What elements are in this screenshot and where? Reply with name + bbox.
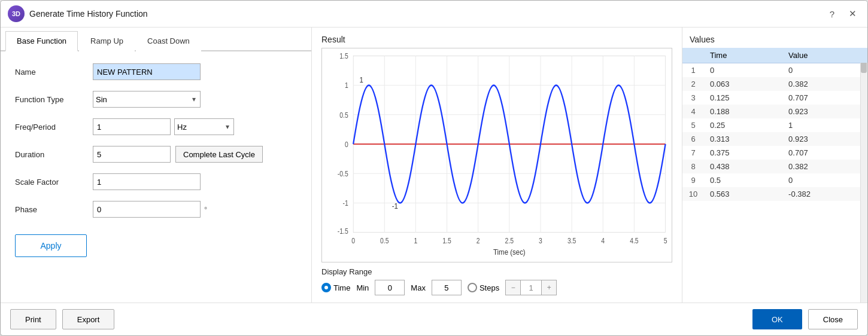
time-radio-label[interactable]: Time [321, 283, 350, 292]
title-bar: 3D Generate Time History Function ? ✕ [1, 1, 867, 28]
steps-radio-text: Steps [479, 283, 499, 292]
cell-index: 6 [682, 132, 704, 146]
steps-decrease-button[interactable]: − [506, 280, 520, 295]
tab-ramp-up[interactable]: Ramp Up [79, 31, 135, 51]
duration-controls: Complete Last Cycle [93, 146, 263, 163]
chart-area: 1.5 1 0.5 0 -0.5 -1 -1.5 0 0.5 1 1.5 2 2… [321, 48, 672, 262]
cell-value: 0.707 [782, 146, 867, 160]
svg-text:1: 1 [414, 237, 418, 245]
cell-value: 0 [782, 173, 867, 187]
svg-text:1: 1 [345, 82, 348, 90]
function-type-label: Function Type [15, 95, 93, 104]
values-table-wrapper: Time Value 1 0 0 2 0.063 0.382 3 0.125 0… [682, 48, 867, 303]
phase-controls: ° [93, 201, 207, 218]
result-title: Result [321, 35, 672, 44]
scale-input[interactable] [93, 173, 201, 190]
values-title: Values [682, 28, 867, 48]
phase-input[interactable] [93, 201, 201, 218]
table-row: 7 0.375 0.707 [682, 146, 867, 160]
name-label: Name [15, 68, 93, 77]
center-panel: Result [312, 28, 682, 303]
tabs: Base Function Ramp Up Coast Down [1, 28, 311, 51]
cell-index: 9 [682, 173, 704, 187]
cell-time: 0.25 [704, 118, 782, 132]
close-button[interactable]: Close [808, 309, 858, 329]
svg-text:4: 4 [601, 237, 605, 245]
export-button[interactable]: Export [62, 309, 115, 329]
cell-index: 3 [682, 91, 704, 105]
table-row: 2 0.063 0.382 [682, 77, 867, 91]
svg-text:Time (sec): Time (sec) [493, 248, 526, 256]
left-panel: Base Function Ramp Up Coast Down Name Fu… [1, 28, 312, 303]
app-icon: 3D [8, 5, 25, 22]
svg-text:3: 3 [539, 237, 542, 245]
steps-radio-button[interactable] [468, 283, 477, 292]
phase-label: Phase [15, 205, 93, 214]
help-button[interactable]: ? [826, 7, 838, 20]
cell-value: 0.382 [782, 160, 867, 173]
min-label: Min [356, 283, 369, 292]
scale-factor-row: Scale Factor [15, 173, 297, 190]
svg-text:-1.5: -1.5 [338, 227, 348, 235]
cell-index: 4 [682, 105, 704, 118]
footer: Print Export OK Close [1, 303, 867, 335]
steps-control: − 1 + [505, 280, 557, 295]
dialog: 3D Generate Time History Function ? ✕ Ba… [0, 0, 868, 336]
close-title-button[interactable]: ✕ [845, 7, 860, 20]
cell-value: 1 [782, 118, 867, 132]
svg-text:2: 2 [477, 237, 480, 245]
cell-value: 0.923 [782, 105, 867, 118]
svg-text:4.5: 4.5 [630, 237, 638, 245]
display-range-title: Display Range [321, 267, 672, 276]
table-row: 6 0.313 0.923 [682, 132, 867, 146]
table-row: 5 0.25 1 [682, 118, 867, 132]
svg-text:0.5: 0.5 [339, 111, 348, 119]
function-type-select[interactable]: Sin Cos Square Triangle [93, 91, 201, 108]
apply-button[interactable]: Apply [15, 234, 87, 257]
duration-input[interactable] [93, 146, 171, 163]
freq-period-label: Freq/Period [15, 123, 93, 132]
cell-index: 5 [682, 118, 704, 132]
function-type-wrapper: Sin Cos Square Triangle [93, 91, 201, 108]
time-radio-text: Time [333, 283, 350, 292]
ok-button[interactable]: OK [752, 309, 802, 329]
print-button[interactable]: Print [10, 309, 56, 329]
tab-base-function[interactable]: Base Function [5, 31, 78, 51]
scrollbar-track[interactable] [860, 48, 867, 303]
phase-row: Phase ° [15, 201, 297, 218]
svg-text:1.5: 1.5 [442, 237, 451, 245]
chart-svg: 1.5 1 0.5 0 -0.5 -1 -1.5 0 0.5 1 1.5 2 2… [322, 48, 672, 262]
cell-time: 0.313 [704, 132, 782, 146]
values-table: Time Value 1 0 0 2 0.063 0.382 3 0.125 0… [682, 48, 867, 201]
freq-period-row: Freq/Period Hz RPM rad/s [15, 118, 297, 135]
unit-select[interactable]: Hz RPM rad/s [174, 118, 234, 135]
svg-text:2.5: 2.5 [505, 237, 514, 245]
cell-index: 7 [682, 146, 704, 160]
steps-value: 1 [520, 280, 542, 295]
table-row: 3 0.125 0.707 [682, 91, 867, 105]
freq-input[interactable] [93, 118, 171, 135]
svg-text:0: 0 [345, 140, 348, 148]
duration-label: Duration [15, 150, 93, 159]
table-header-row: Time Value [682, 48, 867, 63]
min-input[interactable] [375, 280, 405, 295]
cell-time: 0.438 [704, 160, 782, 173]
steps-radio-label[interactable]: Steps [468, 283, 499, 292]
main-content: Base Function Ramp Up Coast Down Name Fu… [1, 28, 867, 303]
steps-increase-button[interactable]: + [542, 280, 556, 295]
time-radio-button[interactable] [321, 283, 331, 292]
scale-factor-label: Scale Factor [15, 178, 93, 187]
name-row: Name [15, 63, 297, 80]
cell-index: 2 [682, 77, 704, 91]
range-controls: Time Min Max Steps − 1 + [321, 280, 672, 295]
tab-coast-down[interactable]: Coast Down [136, 31, 201, 51]
display-range: Display Range Time Min Max Steps [321, 267, 672, 295]
col-value-header: Value [782, 48, 867, 63]
name-input[interactable] [93, 63, 201, 80]
svg-text:-1: -1 [392, 201, 398, 210]
svg-text:1: 1 [360, 75, 363, 84]
max-input[interactable] [432, 280, 462, 295]
complete-last-cycle-button[interactable]: Complete Last Cycle [175, 146, 263, 163]
max-label: Max [411, 283, 426, 292]
svg-text:3.5: 3.5 [567, 237, 576, 245]
